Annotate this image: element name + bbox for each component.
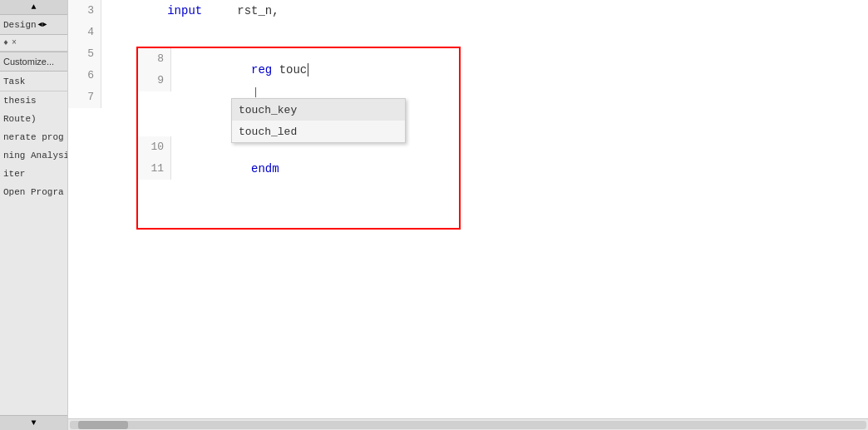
line-number-6: 6 (68, 65, 101, 86)
autocomplete-item-label: touch_key (239, 104, 297, 116)
menu-item-label: ning Analysis (3, 151, 67, 161)
autocomplete-item-label: touch_led (239, 126, 297, 138)
task-label: Task (3, 77, 25, 86)
autocomplete-region: 8 9 reg touc | touch_key touch_led (136, 47, 461, 230)
task-item[interactable]: Task (0, 72, 67, 91)
text-cursor (308, 63, 308, 77)
menu-item-open[interactable]: Open Progra (0, 183, 67, 201)
line-number-5: 5 (68, 43, 101, 65)
scroll-down-arrow[interactable]: ▼ (0, 415, 67, 430)
menu-item-label: nerate prog (3, 132, 64, 142)
menu-item-thesis[interactable]: thesis (0, 91, 67, 110)
cursor-label: | (254, 86, 257, 97)
menu-item-timing[interactable]: ning Analysis (0, 146, 67, 165)
line-number-7: 7 (68, 86, 101, 108)
scroll-up-arrow[interactable]: ▲ (0, 0, 67, 15)
code-line-11: 11 endm (138, 158, 459, 180)
pin-icon: ♦ (3, 38, 8, 47)
menu-item-label: Route) (3, 114, 37, 124)
menu-item-route[interactable]: Route) (0, 110, 67, 128)
line-number-9: 9 (138, 70, 171, 91)
design-tab[interactable]: Design ◄ ► (0, 15, 67, 35)
menu-list: thesis Route) nerate prog ning Analysis … (0, 91, 67, 415)
menu-item-label: iter (3, 169, 25, 179)
line-number-10: 10 (138, 136, 171, 158)
customize-button[interactable]: Customize... (0, 52, 67, 72)
line-number-11: 11 (138, 158, 171, 180)
code-line-9: 9 reg touc | (138, 70, 459, 91)
pin-row: ♦ × (0, 35, 67, 52)
line-number-8: 8 (138, 48, 171, 70)
autocomplete-dropdown: touch_key touch_led (231, 98, 406, 143)
editor-area: 3 input rst_n, 4 5 input touch_key, 6 ou… (68, 0, 868, 430)
menu-item-generate[interactable]: nerate prog (0, 128, 67, 146)
close-icon[interactable]: × (12, 38, 17, 47)
autocomplete-item-touch-led[interactable]: touch_led (232, 121, 405, 142)
scrollbar-thumb[interactable] (78, 421, 128, 429)
keyword-input: input (167, 4, 202, 17)
menu-item-iter[interactable]: iter (0, 165, 67, 183)
code-container: 3 input rst_n, 4 5 input touch_key, 6 ou… (68, 0, 868, 430)
code-line-3: 3 input rst_n, (68, 0, 868, 22)
tab-arrows: ◄ ► (38, 21, 47, 29)
menu-item-label: thesis (3, 96, 37, 106)
sidebar: ▲ Design ◄ ► ♦ × Customize... Task thesi… (0, 0, 68, 430)
scrollbar-track[interactable] (70, 421, 866, 429)
autocomplete-item-touch-key[interactable]: touch_key (232, 99, 405, 121)
nav-right-icon[interactable]: ► (42, 21, 47, 29)
line-content-11[interactable]: endm (171, 136, 279, 201)
horizontal-scrollbar[interactable] (68, 418, 868, 430)
line-number-4: 4 (68, 22, 101, 43)
menu-item-label: Open Progra (3, 187, 64, 197)
design-tab-label: Design (3, 20, 37, 30)
keyword-reg: reg (251, 63, 272, 77)
line-number-3: 3 (68, 0, 101, 22)
keyword-endm: endm (251, 162, 279, 175)
